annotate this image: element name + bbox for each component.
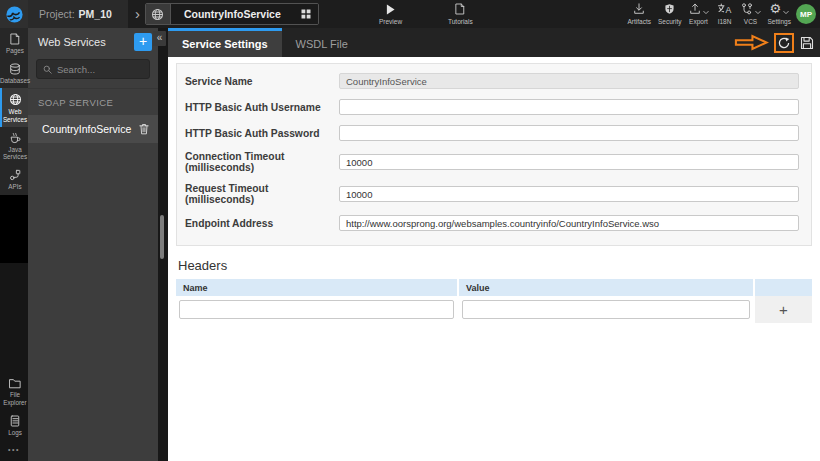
field-label-password: HTTP Basic Auth Password [185, 128, 339, 139]
search-icon [43, 65, 52, 74]
service-list-item[interactable]: CountryInfoService [28, 115, 158, 143]
upload-icon [689, 3, 701, 15]
sidebar-item-logs[interactable]: Logs [0, 410, 28, 440]
gear-icon: ⚙ [769, 3, 781, 15]
topbar-right-menu: Artifacts Security Export A I18N [628, 3, 791, 25]
branch-icon [741, 3, 753, 15]
export-button[interactable]: Export [689, 3, 709, 25]
field-label-request-timeout: Request Timeout (milliseconds) [185, 183, 339, 205]
request-timeout-input[interactable] [339, 186, 799, 202]
tab-wsdl-file[interactable]: WSDL File [282, 28, 362, 57]
tab-bar: Service Settings WSDL File [168, 28, 820, 57]
headers-table-header: Name Value [176, 279, 812, 296]
svg-text:A: A [725, 5, 731, 15]
panel-collapse-button[interactable]: « [153, 31, 166, 46]
sidebar-more-button[interactable]: ••• [0, 440, 28, 461]
sidebar-item-databases[interactable]: Databases [0, 58, 28, 88]
sidebar-item-pages[interactable]: Pages [0, 28, 28, 58]
service-name-input [339, 73, 799, 89]
pages-icon [10, 33, 20, 45]
project-label: Project: [39, 8, 75, 20]
field-label-connection-timeout: Connection Timeout (milliseconds) [185, 151, 339, 173]
database-icon [9, 63, 21, 75]
globe-icon [9, 93, 22, 106]
save-icon [800, 36, 814, 50]
header-name-input[interactable] [179, 300, 454, 319]
tutorials-label: Tutorials [448, 18, 473, 25]
preview-label: Preview [379, 18, 402, 25]
column-header-value: Value [459, 279, 753, 296]
web-services-panel: Web Services + SOAP SERVICE CountryInfoS… [28, 28, 158, 461]
save-button[interactable] [799, 35, 815, 51]
sidebar-item-file-explorer[interactable]: File Explorer [0, 373, 28, 409]
coffee-cup-icon [9, 132, 21, 144]
chevron-down-icon [703, 10, 709, 15]
headers-section-title: Headers [178, 258, 820, 273]
main-content: Service Settings WSDL File Service Name … [168, 28, 820, 461]
chevron-down-icon [755, 10, 761, 15]
top-bar: Project: PM_10 › CountryInfoService Prev… [0, 0, 820, 28]
soap-service-section-label: SOAP SERVICE [28, 88, 158, 115]
shield-icon [664, 3, 675, 15]
refresh-icon [778, 37, 790, 49]
panel-title: Web Services [38, 36, 134, 48]
field-label-service-name: Service Name [185, 76, 339, 87]
chevron-down-icon [783, 10, 789, 15]
download-icon [633, 3, 645, 15]
breadcrumb-chevron-icon: › [135, 5, 140, 22]
tab-service-settings[interactable]: Service Settings [168, 28, 282, 57]
service-breadcrumb-widget[interactable]: CountryInfoService [145, 3, 319, 25]
vcs-button[interactable]: VCS [741, 3, 761, 25]
tutorials-button[interactable]: Tutorials [448, 3, 473, 25]
add-service-button[interactable]: + [134, 33, 152, 51]
logs-icon [10, 415, 20, 427]
service-search-box[interactable] [36, 59, 150, 79]
basic-auth-password-input[interactable] [339, 125, 799, 141]
column-header-name: Name [176, 279, 457, 296]
column-header-actions [755, 279, 812, 296]
folder-icon [9, 378, 21, 389]
i18n-button[interactable]: A I18N [716, 3, 734, 25]
basic-auth-username-input[interactable] [339, 99, 799, 115]
header-value-input[interactable] [462, 300, 750, 319]
sidebar-item-apis[interactable]: APIs [0, 164, 28, 194]
globe-icon [146, 4, 171, 24]
document-icon [455, 3, 465, 15]
field-label-username: HTTP Basic Auth Username [185, 102, 339, 113]
settings-button[interactable]: ⚙ Settings [768, 3, 792, 25]
project-name: PM_10 [79, 8, 112, 20]
artifacts-button[interactable]: Artifacts [628, 3, 651, 25]
sidebar-item-web-services[interactable]: Web Services [0, 88, 28, 126]
left-icon-sidebar: Pages Databases Web Services Java Servic… [0, 28, 28, 461]
connection-timeout-input[interactable] [339, 154, 799, 170]
wavemaker-logo-icon [5, 5, 24, 24]
field-label-endpoint-address: Endpoint Address [185, 218, 339, 229]
endpoint-address-input[interactable] [339, 215, 799, 231]
service-name-label: CountryInfoService [42, 123, 139, 135]
translate-icon: A [717, 3, 732, 15]
avatar[interactable]: MP [796, 4, 816, 24]
service-settings-form: Service Name HTTP Basic Auth Username HT… [176, 63, 812, 246]
trash-icon[interactable] [139, 123, 149, 135]
app-logo[interactable] [0, 0, 28, 28]
grid-icon[interactable] [294, 4, 318, 24]
project-block[interactable]: Project: PM_10 [28, 0, 128, 28]
service-breadcrumb-name: CountryInfoService [171, 4, 294, 24]
headers-table: Name Value + [176, 279, 812, 323]
preview-button[interactable]: Preview [379, 3, 402, 25]
service-search-input[interactable] [57, 64, 143, 75]
annotation-arrow [734, 34, 769, 51]
add-header-button[interactable]: + [755, 296, 812, 323]
headers-table-row: + [176, 296, 812, 323]
refresh-service-button[interactable] [774, 33, 794, 53]
sidebar-item-java-services[interactable]: Java Services [0, 127, 28, 164]
api-connector-icon [9, 169, 21, 181]
play-icon [386, 3, 395, 15]
sidebar-spacer-block [0, 195, 28, 263]
vertical-scrollbar-thumb[interactable] [160, 215, 164, 259]
security-button[interactable]: Security [658, 3, 681, 25]
